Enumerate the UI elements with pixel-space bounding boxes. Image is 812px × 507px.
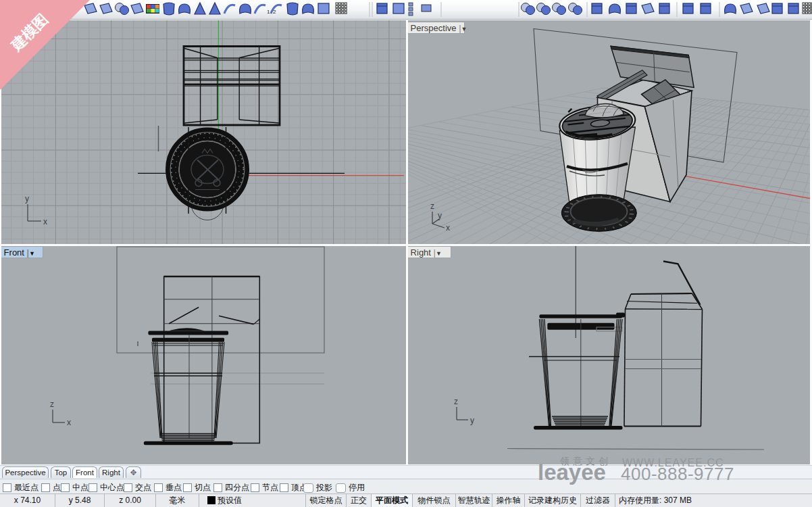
svg-text:2: 2 (273, 9, 276, 15)
svg-text:1: 1 (267, 9, 270, 15)
svg-text:x: x (67, 418, 71, 427)
svg-text:y: y (438, 211, 442, 220)
svg-text:x: x (446, 223, 450, 233)
svg-text:y: y (25, 194, 29, 203)
svg-text:y: y (470, 416, 474, 425)
svg-text:z: z (50, 400, 54, 409)
svg-text:z: z (454, 397, 458, 406)
svg-text:x: x (43, 217, 47, 226)
svg-text:z: z (430, 201, 434, 211)
